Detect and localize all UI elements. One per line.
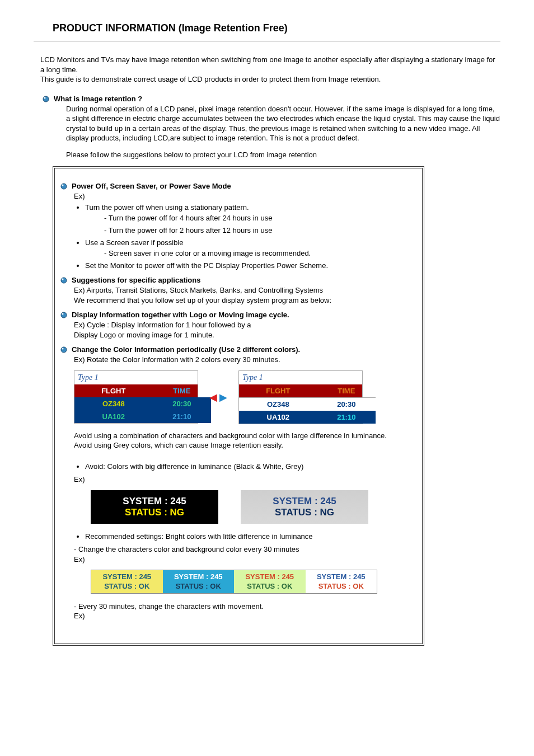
box-e-rec: Recommended settings: Bright colors with…	[85, 532, 410, 542]
box-d: Change the Color Information periodicall…	[60, 345, 410, 354]
svg-point-2	[61, 184, 67, 189]
intro-line-1: LCD Monitors and TVs may have image rete…	[40, 55, 500, 74]
section-1-body: During normal operation of a LCD panel, …	[43, 104, 500, 143]
box-a-li1: Turn the power off when using a stationa…	[85, 203, 410, 236]
suggestions-box: Power Off, Screen Saver, or Power Save M…	[53, 166, 424, 646]
svg-point-3	[62, 185, 64, 186]
bullet-icon	[60, 312, 67, 318]
box-b-body: Ex) Airports, Transit Stations, Stock Ma…	[60, 285, 410, 305]
box-c-body: Ex) Cycle : Display Information for 1 ho…	[60, 320, 410, 340]
bullet-icon	[43, 96, 49, 102]
intro-block: LCD Monitors and TVs may have image rete…	[34, 55, 500, 84]
svg-point-4	[61, 278, 67, 283]
system-example: SYSTEM : 245 STATUS : NG SYSTEM : 245 ST…	[60, 490, 410, 524]
section-1: What is Image retention ?	[43, 95, 500, 103]
flight-b-label: Type 1	[239, 371, 362, 384]
svg-point-9	[62, 348, 64, 350]
page-title: PRODUCT INFORMATION (Image Retention Fre…	[34, 22, 500, 37]
box-d-heading: Change the Color Information periodicall…	[72, 345, 300, 354]
box-a-heading: Power Off, Screen Saver, or Power Save M…	[72, 182, 231, 190]
intro-line-2: This guide is to demonstrate correct usa…	[40, 74, 500, 84]
box-d-notes: Avoid using a combination of characters …	[60, 431, 410, 485]
box-c-heading: Display Information together with Logo o…	[72, 311, 289, 319]
section-1-heading: What is Image retention ?	[54, 95, 142, 103]
rec-cell-1: SYSTEM : 245 STATUS : OK	[163, 570, 235, 593]
recommended-strip: SYSTEM : 245 STATUS : OK SYSTEM : 245 ST…	[91, 570, 377, 594]
flight-example: Type 1 FLGHT TIME OZ348 20:30 UA102 21:1…	[60, 370, 410, 424]
bullet-icon	[60, 183, 67, 190]
svg-point-8	[61, 347, 67, 353]
box-d-avoid: Avoid: Colors with big difference in lum…	[85, 462, 410, 472]
box-a-ex: Ex)	[74, 191, 410, 201]
bullet-icon	[60, 277, 67, 284]
section-1-follow: Please follow the suggestions below to p…	[43, 150, 500, 160]
svg-point-1	[44, 97, 46, 98]
svg-point-7	[62, 313, 64, 315]
rec-cell-0: SYSTEM : 245 STATUS : OK	[91, 570, 163, 593]
box-b: Suggestions for specific applications	[60, 276, 410, 284]
swap-arrows-icon: ◀▶	[209, 391, 227, 403]
system-panel-black: SYSTEM : 245 STATUS : NG	[91, 490, 218, 524]
flight-a-label: Type 1	[74, 371, 198, 384]
box-a-li3: Set the Monitor to power off with the PC…	[85, 261, 410, 271]
flight-table-b: Type 1 FLGHT TIME OZ348 20:30 UA102 21:1…	[238, 370, 363, 424]
svg-point-0	[43, 96, 49, 102]
box-a-body: Ex) Turn the power off when using a stat…	[60, 191, 410, 270]
flight-table-a: Type 1 FLGHT TIME OZ348 20:30 UA102 21:1…	[74, 370, 198, 424]
box-b-heading: Suggestions for specific applications	[72, 276, 200, 284]
box-e: Recommended settings: Bright colors with…	[60, 532, 410, 565]
system-panel-grey: SYSTEM : 245 STATUS : NG	[241, 490, 368, 524]
box-d-body: Ex) Rotate the Color Information with 2 …	[60, 355, 410, 365]
separator	[34, 41, 500, 41]
box-c: Display Information together with Logo o…	[60, 311, 410, 319]
box-a: Power Off, Screen Saver, or Power Save M…	[60, 182, 410, 190]
svg-point-5	[62, 279, 64, 280]
rec-cell-2: SYSTEM : 245 STATUS : OK	[234, 570, 306, 593]
bullet-icon	[60, 346, 67, 353]
rec-cell-3: SYSTEM : 245 STATUS : OK	[306, 570, 377, 593]
box-a-li2: Use a Screen saver if possible - Screen …	[85, 238, 410, 259]
svg-point-6	[61, 312, 67, 318]
box-f: - Every 30 minutes, change the character…	[60, 602, 410, 621]
